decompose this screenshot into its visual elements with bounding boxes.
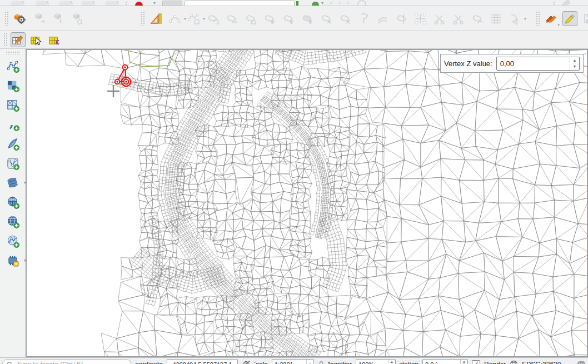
cube-add-icon: + xyxy=(32,12,45,25)
merge-attributes-icon xyxy=(471,12,484,25)
delete-part-icon xyxy=(338,12,351,25)
offset-point-symbol-button xyxy=(413,11,428,26)
save-edits-button xyxy=(581,11,588,26)
toggle-editing-icon xyxy=(564,12,576,25)
cube-add-button: + xyxy=(31,11,46,26)
vertex-tool-button: ▾ xyxy=(186,11,201,26)
crs-code[interactable]: EPSG:32620 xyxy=(522,361,561,364)
coordinate-input[interactable]: 4298494.5,5507197.1 xyxy=(167,359,238,364)
vertex-tool-icon xyxy=(187,12,200,25)
mesh-digitize-button[interactable] xyxy=(11,32,26,47)
rotation-label: Rotation xyxy=(400,361,418,364)
merge-features-button xyxy=(451,11,466,26)
svg-text:,: , xyxy=(9,118,13,130)
add-wcs-layer-icon xyxy=(7,216,19,228)
circular-string-icon xyxy=(168,12,181,25)
clipped-toolbar-item xyxy=(82,1,95,6)
scale-label: Scale xyxy=(255,361,268,364)
split-features-button xyxy=(394,11,409,26)
locator-search-input[interactable]: Type to locate (Ctrl+K) xyxy=(2,359,131,364)
clipped-toolbar-item xyxy=(36,1,49,6)
clipped-toolbar-item: × xyxy=(328,1,335,6)
magnifier-spinbox[interactable]: 100% ▲▼ xyxy=(356,359,396,364)
toolbar-handle[interactable] xyxy=(6,51,20,54)
add-raster-layer-button[interactable] xyxy=(4,78,21,93)
gear-cube-icon xyxy=(13,12,26,25)
spin-up-icon[interactable]: ▲ xyxy=(570,57,579,64)
delete-ring-icon xyxy=(320,12,332,25)
merge-attributes-button xyxy=(470,11,485,26)
add-database-layer-icon xyxy=(7,177,19,190)
manage-layers-toolbar: ,▾WMS▾ xyxy=(0,49,26,357)
vertex-z-spinbox[interactable]: 0,00 ▲ ▼ xyxy=(496,57,580,71)
move-feature-button xyxy=(205,11,220,26)
scale-combobox[interactable]: 1:2881 ▼ xyxy=(272,359,314,364)
mesh-map-canvas[interactable] xyxy=(27,50,587,356)
search-placeholder: Type to locate (Ctrl+K) xyxy=(17,361,83,364)
add-virtual-layer-icon xyxy=(7,157,19,170)
add-delimited-text-button[interactable]: , xyxy=(4,117,21,132)
fill-ring-icon xyxy=(301,12,313,25)
rotate-feature-icon xyxy=(244,12,257,25)
mesh-select-button[interactable] xyxy=(29,32,44,47)
clipped-toolbar-item xyxy=(185,1,295,6)
save-edits-icon xyxy=(582,12,588,25)
rotate-feature-button xyxy=(243,11,258,26)
add-raster-layer-icon xyxy=(7,79,19,92)
add-vector-layer-button[interactable] xyxy=(4,58,21,74)
add-spatialite-layer-button[interactable] xyxy=(4,136,21,152)
dropdown-arrow-icon[interactable]: ▾ xyxy=(557,23,560,27)
current-edits-icon xyxy=(545,12,557,25)
add-wcs-layer-button[interactable] xyxy=(4,214,21,230)
align-features-icon xyxy=(490,12,502,25)
svg-text:+: + xyxy=(41,18,45,24)
toolbar-handle[interactable] xyxy=(4,11,8,26)
fill-ring-button xyxy=(300,11,315,26)
delete-ring-button xyxy=(318,11,333,26)
mesh-select-icon xyxy=(30,33,43,46)
add-ring-button xyxy=(281,11,296,26)
clipped-toolbar-row: ▾▾××× xyxy=(0,0,588,6)
toolbar-handle[interactable] xyxy=(536,11,540,26)
toggle-extents-icon[interactable] xyxy=(242,361,251,364)
add-web-service-layer-button[interactable]: ▾ xyxy=(4,253,21,268)
render-label: Render xyxy=(484,361,506,364)
add-database-layer-button[interactable]: ▾ xyxy=(4,175,21,191)
cube-info-button: i xyxy=(50,11,65,26)
spin-down-icon[interactable]: ▼ xyxy=(570,63,579,70)
add-delimited-text-icon: , xyxy=(7,118,19,131)
toolbar-handle[interactable] xyxy=(141,11,144,26)
dropdown-arrow-icon[interactable]: ▾ xyxy=(524,16,526,21)
rotation-spinbox[interactable]: 0.0 ° ▲▼ xyxy=(422,359,468,364)
mesh-digitize-icon xyxy=(12,33,24,46)
reshape-features-icon xyxy=(357,12,370,25)
render-checkbox[interactable]: ✓ xyxy=(472,360,480,364)
circular-string-button: ▾ xyxy=(167,11,182,26)
coordinate-label: Coordinate xyxy=(135,361,163,364)
add-mesh-layer-button[interactable] xyxy=(4,97,21,113)
map-canvas-frame: Vertex Z value: 0,00 ▲ ▼ xyxy=(26,49,588,357)
gear-cube-button[interactable] xyxy=(12,11,27,26)
svg-text:i: i xyxy=(59,18,62,24)
add-wfs-layer-button[interactable] xyxy=(4,233,21,249)
cad-set-square-button[interactable] xyxy=(148,11,163,26)
add-virtual-layer-button[interactable] xyxy=(4,156,21,171)
cad-set-square-icon xyxy=(150,12,162,25)
current-edits-button[interactable]: ▾ xyxy=(544,11,559,26)
combo-arrow-icon[interactable]: ▼ xyxy=(306,360,313,364)
rotate-point-symbols-icon xyxy=(509,12,521,25)
crs-globe-icon[interactable] xyxy=(510,360,518,364)
toolbar-handle[interactable] xyxy=(3,33,7,47)
add-ring-icon xyxy=(282,12,295,25)
messages-icon[interactable] xyxy=(577,361,586,364)
vertex-z-value[interactable]: 0,00 xyxy=(497,57,570,70)
clipped-toolbar-item: × xyxy=(345,1,351,6)
add-mesh-layer-icon xyxy=(7,99,19,112)
toggle-editing-button[interactable] xyxy=(562,11,577,26)
mesh-transform-button[interactable]: ε xyxy=(47,32,62,47)
clipped-toolbar-item xyxy=(357,0,366,6)
lock-scale-icon[interactable] xyxy=(318,361,325,364)
move-feature-icon xyxy=(206,12,219,25)
add-wms-layer-button[interactable]: WMS xyxy=(4,195,21,210)
cube-refresh-icon xyxy=(70,12,83,25)
